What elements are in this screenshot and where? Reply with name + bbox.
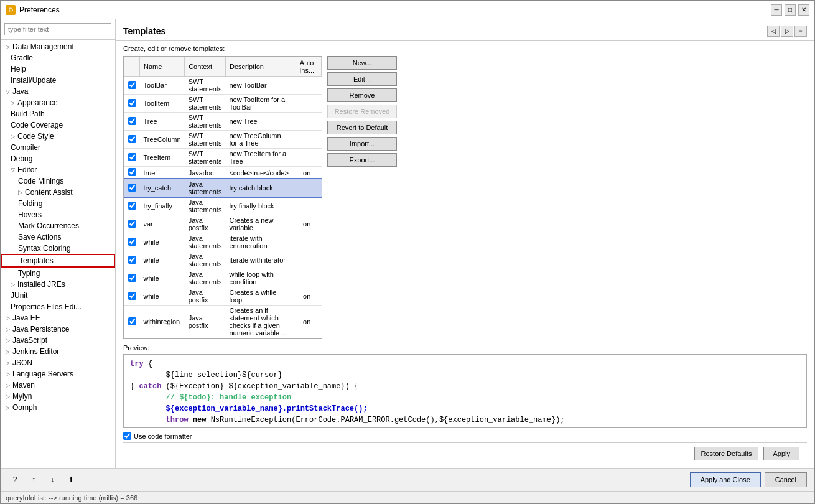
import-prefs-button[interactable]: ↓	[45, 473, 59, 487]
sidebar-item-installed-jres[interactable]: ▷ Installed JREs	[1, 279, 115, 290]
sidebar-item-label: Code Minings	[18, 177, 63, 185]
row-checkbox[interactable]	[128, 317, 136, 325]
maximize-button[interactable]: □	[785, 4, 796, 16]
sidebar-item-label: Maven	[12, 381, 35, 390]
templates-table: Name Context Description Auto Ins... Too…	[124, 57, 322, 338]
sidebar-item-oomph[interactable]: ▷ Oomph	[1, 402, 115, 413]
sidebar-item-templates[interactable]: Templates	[1, 254, 115, 268]
cancel-button[interactable]: Cancel	[765, 472, 807, 487]
apply-and-close-button[interactable]: Apply and Close	[690, 472, 761, 487]
sidebar-item-install-update[interactable]: Install/Update	[1, 75, 115, 86]
sidebar-item-gradle[interactable]: Gradle	[1, 52, 115, 63]
table-row-selected[interactable]: try_catch Java statements try catch bloc…	[124, 179, 322, 197]
row-checkbox[interactable]	[128, 292, 136, 300]
sidebar-item-editor[interactable]: ▽ Editor	[1, 164, 115, 175]
table-row[interactable]: ToolItem SWT statements new ToolItem for…	[124, 95, 322, 113]
help-icon-button[interactable]: ?	[8, 473, 22, 487]
import-template-button[interactable]: Import...	[327, 137, 397, 151]
sidebar-item-content-assist[interactable]: ▷ Content Assist	[1, 187, 115, 198]
sidebar-item-code-coverage[interactable]: Code Coverage	[1, 119, 115, 131]
table-row[interactable]: var Java postfix Creates a new variable …	[124, 215, 322, 233]
row-checkbox[interactable]	[128, 256, 136, 264]
filter-input[interactable]	[4, 23, 111, 35]
new-template-button[interactable]: New...	[327, 56, 397, 70]
panel-title: Templates	[123, 26, 165, 36]
row-checkbox[interactable]	[128, 135, 136, 143]
sidebar-item-debug[interactable]: Debug	[1, 153, 115, 164]
sidebar-item-java-persistence[interactable]: ▷ Java Persistence	[1, 324, 115, 335]
sidebar-item-java[interactable]: ▽ Java	[1, 86, 115, 97]
sidebar-item-syntax-coloring[interactable]: Syntax Coloring	[1, 243, 115, 254]
table-row[interactable]: withinregion Java postfix Creates an if …	[124, 306, 322, 338]
expand-arrow-icon: ▷	[6, 326, 10, 332]
export-prefs-button[interactable]: ↑	[27, 473, 40, 487]
edit-template-button[interactable]: Edit...	[327, 72, 397, 86]
row-checkbox[interactable]	[128, 202, 136, 210]
sidebar-item-maven[interactable]: ▷ Maven	[1, 380, 115, 391]
nav-menu-button[interactable]: ≡	[794, 26, 807, 37]
restore-removed-button[interactable]: Restore Removed	[327, 105, 397, 118]
sidebar-item-jenkins-editor[interactable]: ▷ Jenkins Editor	[1, 346, 115, 357]
minimize-button[interactable]: ─	[771, 4, 782, 16]
sidebar-item-save-actions[interactable]: Save Actions	[1, 231, 115, 243]
sidebar-item-hovers[interactable]: Hovers	[1, 209, 115, 220]
table-row[interactable]: ToolBar SWT statements new ToolBar	[124, 77, 322, 95]
sidebar-item-language-servers[interactable]: ▷ Language Servers	[1, 368, 115, 380]
row-checkbox[interactable]	[128, 238, 136, 246]
table-row[interactable]: TreeItem SWT statements new TreeItem for…	[124, 149, 322, 167]
sidebar-item-help[interactable]: Help	[1, 63, 115, 75]
row-name: TreeColumn	[140, 131, 185, 149]
row-checkbox[interactable]	[128, 117, 136, 125]
row-checkbox[interactable]	[128, 81, 136, 89]
table-row[interactable]: while Java statements while loop with co…	[124, 269, 322, 287]
sidebar-item-junit[interactable]: JUnit	[1, 290, 115, 301]
apply-button[interactable]: Apply	[763, 447, 799, 460]
row-checkbox[interactable]	[128, 168, 136, 176]
table-row[interactable]: Tree SWT statements new Tree	[124, 113, 322, 131]
restore-defaults-button[interactable]: Restore Defaults	[694, 447, 759, 460]
table-row[interactable]: while Java postfix Creates a while loop …	[124, 287, 322, 306]
sidebar-item-label: JUnit	[11, 291, 27, 300]
row-context: Java postfix	[185, 215, 226, 233]
row-checkbox[interactable]	[128, 220, 136, 228]
table-row[interactable]: TreeColumn SWT statements new TreeColumn…	[124, 131, 322, 149]
sidebar-item-code-minings[interactable]: Code Minings	[1, 175, 115, 187]
remove-template-button[interactable]: Remove	[327, 88, 397, 102]
use-code-formatter-checkbox[interactable]	[123, 432, 131, 440]
row-checkbox[interactable]	[128, 153, 136, 161]
sidebar-item-code-style[interactable]: ▷ Code Style	[1, 131, 115, 142]
row-checkbox[interactable]	[128, 184, 136, 192]
table-row[interactable]: try_finally Java statements try finally …	[124, 197, 322, 215]
table-row[interactable]: while Java statements iterate with enume…	[124, 233, 322, 251]
row-checkbox[interactable]	[128, 274, 136, 282]
row-name: Tree	[140, 113, 185, 131]
sidebar-item-java-ee[interactable]: ▷ Java EE	[1, 312, 115, 324]
revert-to-default-button[interactable]: Revert to Default	[327, 121, 397, 134]
info-icon-button[interactable]: ℹ	[64, 473, 78, 487]
table-row[interactable]: true Javadoc <code>true</code> on	[124, 167, 322, 179]
export-template-button[interactable]: Export...	[327, 153, 397, 167]
sidebar-item-properties-files[interactable]: Properties Files Edi...	[1, 301, 115, 312]
sidebar-item-compiler[interactable]: Compiler	[1, 142, 115, 153]
sidebar-item-build-path[interactable]: Build Path	[1, 108, 115, 119]
templates-table-container[interactable]: Name Context Description Auto Ins... Too…	[123, 56, 322, 339]
sidebar-item-json[interactable]: ▷ JSON	[1, 357, 115, 368]
row-auto-ins	[292, 251, 322, 269]
close-button[interactable]: ✕	[798, 4, 809, 16]
nav-forward-button[interactable]: ▷	[781, 26, 793, 37]
sidebar-item-mylyn[interactable]: ▷ Mylyn	[1, 391, 115, 402]
row-context: SWT statements	[185, 131, 226, 149]
sidebar-item-javascript[interactable]: ▷ JavaScript	[1, 335, 115, 346]
main-header: Templates ◁ ▷ ≡	[116, 19, 814, 41]
sidebar-item-folding[interactable]: Folding	[1, 198, 115, 209]
sidebar-item-label: Code Style	[17, 132, 54, 141]
table-row[interactable]: while Java statements iterate with itera…	[124, 251, 322, 269]
nav-buttons: ◁ ▷ ≡	[767, 26, 807, 37]
sidebar-item-appearance[interactable]: ▷ Appearance	[1, 97, 115, 108]
sidebar-item-data-management[interactable]: ▷ Data Management	[1, 41, 115, 52]
row-checkbox[interactable]	[128, 99, 136, 107]
sidebar-item-typing[interactable]: Typing	[1, 268, 115, 279]
row-description: Creates a new variable	[225, 215, 292, 233]
nav-back-button[interactable]: ◁	[767, 26, 780, 37]
sidebar-item-mark-occurrences[interactable]: Mark Occurrences	[1, 220, 115, 231]
